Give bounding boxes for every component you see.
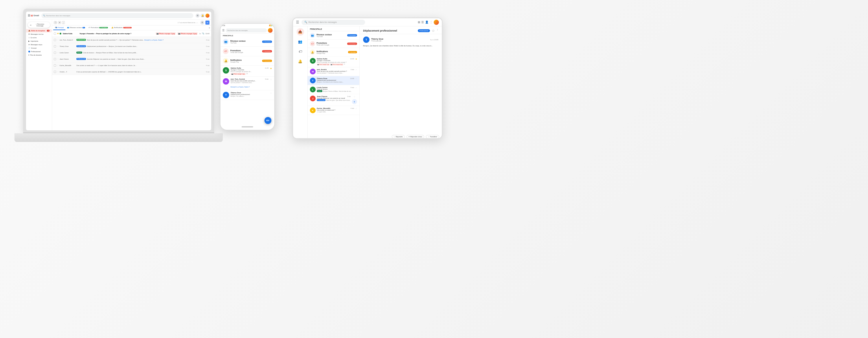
email-checkbox[interactable]	[54, 58, 56, 60]
star-icon[interactable]: ☆	[57, 58, 59, 60]
tablet-sidebar-notifications[interactable]: 🔔	[297, 58, 304, 65]
tab-social[interactable]: 👥 Réseaux sociaux 4	[65, 26, 87, 30]
email-sender: Sabine Kulla	[63, 33, 79, 34]
sidebar-item-professional[interactable]: Professionnel	[26, 50, 52, 53]
star-icon[interactable]: ☆	[57, 52, 59, 54]
tablet-email-row[interactable]: L Linda Carton 9 min Club de lecture Bea…	[308, 85, 359, 94]
phone-home-button[interactable]	[242, 126, 253, 128]
phone-category-promotions[interactable]: 🏷 Promotions Think with Google 2 nouveau…	[220, 47, 274, 56]
tab-principal[interactable]: 📬 Principal	[53, 26, 65, 30]
reply-all-button[interactable]: ↩ Répondre à tous	[406, 135, 424, 138]
email-row[interactable]: ☆ Jean Charon Professionnel Journée Déje…	[52, 56, 211, 62]
prev-page-icon[interactable]: ‹	[196, 22, 197, 24]
phone-email-row[interactable]: S Sabine Kulla 11:28 Voyage à Yosemite P…	[220, 66, 274, 77]
settings-icon[interactable]: ⚙	[200, 21, 204, 25]
email-row[interactable]: ★ Sabine Kulla Voyage à Yosemite — Peux-…	[52, 30, 211, 37]
email-row[interactable]: ☆ Linda Carton Beauté Club de lecture — …	[52, 50, 211, 56]
email-row[interactable]: ☆ Thierry Grue Professionnel Déplacement…	[52, 43, 211, 50]
phone-email-row[interactable]: T Thierry Grue Déplacement professionnel…	[220, 90, 274, 100]
tablet-star[interactable]: ☆	[353, 95, 355, 98]
tablet-category-notifications[interactable]: 🔔 Notifications Google Play 1 nouveau	[308, 48, 359, 56]
star-icon[interactable]: ☆	[57, 39, 59, 41]
tablet-star[interactable]: ☆	[355, 108, 357, 110]
tablet-sidebar-social[interactable]: 👥	[297, 38, 304, 46]
sidebar-item-important[interactable]: ▶ Importants	[26, 39, 52, 43]
email-checkbox[interactable]	[54, 32, 56, 35]
email-checkbox[interactable]	[54, 45, 56, 48]
tablet-body: ☰ 🔍 Rechercher dans les messages ⊞ ☰ 👤 ⋮	[292, 18, 443, 139]
tablet-email-row[interactable]: K Karine_Meredith 4 min Une soirée ce we…	[308, 106, 359, 115]
star-icon[interactable]: ☆	[57, 64, 59, 66]
phone-star[interactable]: ☆	[270, 92, 272, 94]
phone-category-social[interactable]: 👥 Réseaux sociaux YouTube 2 nouveaux	[220, 37, 274, 47]
reply-button[interactable]: ← Répondre	[392, 135, 405, 138]
tablet-email-row[interactable]: S Sabine Kulla 11h30 Voyage à Yosemite P…	[308, 56, 359, 67]
add-tab-icon[interactable]: +	[209, 26, 210, 30]
compose-button[interactable]: ✏ + Nouveau message	[28, 22, 50, 28]
email-checkbox[interactable]	[54, 64, 56, 66]
phone-avatar[interactable]	[268, 28, 273, 33]
tablet-star[interactable]: ★	[355, 58, 357, 60]
tablet-avatar[interactable]	[434, 20, 439, 25]
user-avatar[interactable]	[206, 13, 210, 18]
email-checkbox[interactable]	[54, 52, 56, 54]
tab-notifications[interactable]: 🔔 Notifications 7 nouveaux	[110, 26, 133, 30]
tablet-sidebar-promotions[interactable]: 🏷	[297, 48, 304, 55]
phone-email-row[interactable]: M moi, Tom, Annick 3 min Suivi de jeux d…	[220, 77, 274, 90]
phone-search-bar[interactable]: Rechercher dans les messages	[226, 28, 267, 32]
tablet-category-promotions[interactable]: 🏷 Promotions Think with Google 2 nouveau…	[308, 40, 359, 48]
phone-menu-icon[interactable]: ☰	[222, 29, 224, 32]
tablet-email-row-selected[interactable]: T Thierry Grue 11h36 Déplacement profess…	[308, 76, 359, 85]
more-options-icon[interactable]: ⋮	[62, 21, 65, 24]
hamburger-icon[interactable]: ☰	[28, 14, 30, 17]
tablet-more-icon[interactable]: ⋮	[430, 21, 433, 24]
notifications-badge: 5 nouveaux	[262, 60, 272, 62]
checkbox-all[interactable]: ☐	[54, 21, 57, 24]
email-label: Professionnel	[76, 39, 86, 41]
sidebar-item-drafts[interactable]: 📄 Envoyé	[26, 46, 52, 50]
phone-star[interactable]: ☆	[270, 78, 272, 81]
sidebar-item-more[interactable]: ▾ Plus de dossiers	[26, 53, 52, 57]
forward-button[interactable]: → Transférer	[426, 135, 439, 138]
email-checkbox[interactable]	[54, 71, 56, 73]
detail-star-icon[interactable]: ☆	[432, 29, 435, 33]
star-icon[interactable]: ☆	[57, 45, 59, 48]
tablet-star[interactable]: ☆	[355, 68, 357, 71]
tablet-sidebar-inbox[interactable]: 📥	[297, 28, 304, 36]
tablet-category-social[interactable]: 👥 Réseaux sociaux YouTube 2 nouveaux	[308, 31, 359, 40]
tablet-star[interactable]: ☆	[355, 78, 357, 80]
phone-link[interactable]: Envoyé il y a 3 jours. Suivre ?	[230, 86, 250, 88]
sidebar-item-inbox[interactable]: 📥 Boîte de réception 4	[26, 29, 52, 32]
sidebar-item-unread[interactable]: ✉ Messages non lus	[26, 32, 52, 36]
sidebar-item-starred[interactable]: ☆ En à-lire	[26, 36, 52, 39]
tablet-grid-icon[interactable]: ⊞	[418, 21, 420, 24]
next-page-icon[interactable]: ›	[197, 22, 198, 24]
phone-category-notifications[interactable]: 🔔 Notifications Google Play 5 nouveaux	[220, 56, 274, 66]
phone-star[interactable]: ★	[270, 67, 272, 70]
promotions-sub: Think with Google	[230, 52, 260, 53]
star-icon[interactable]: ★	[57, 32, 59, 35]
tablet-search-bar[interactable]: 🔍 Rechercher dans les messages	[302, 20, 365, 25]
apps-icon[interactable]: ⊞	[195, 13, 199, 18]
laptop-search-bar[interactable]: 🔍 Rechercher dans les messages	[41, 13, 193, 18]
tablet-compose-fab-row[interactable]: +	[352, 99, 357, 104]
tablet-list-icon[interactable]: ☰	[421, 21, 424, 24]
email-row[interactable]: ☆ Annick... 4 C'est ça anniversaire surp…	[52, 68, 211, 75]
bell-icon[interactable]: 🔔	[200, 13, 205, 18]
detail-header-icons: ⋮	[437, 29, 438, 30]
star-icon[interactable]: ☆	[57, 71, 59, 73]
tablet-account-icon[interactable]: 👤	[425, 21, 429, 24]
sidebar-item-sent[interactable]: ➤ Messages reçus	[26, 43, 52, 46]
meet-icon[interactable]: M	[206, 21, 210, 25]
phone-compose-fab[interactable]: ✏	[265, 117, 271, 124]
tablet-star[interactable]: ☆	[355, 87, 357, 89]
tablet-email-row[interactable]: J Jean Charon 3 min Journée Déjeuner vos…	[308, 94, 359, 106]
email-checkbox[interactable]	[54, 39, 56, 41]
tablet-email-row[interactable]: M moi, Annick 3 min Suivi de jeux de soc…	[308, 67, 359, 76]
email-row[interactable]: ☆ Karine_Meredith Une soirée ce week-end…	[52, 62, 211, 68]
refresh-icon[interactable]: ↺	[58, 21, 61, 24]
detail-more-icon[interactable]: ⋮	[437, 29, 438, 30]
email-row[interactable]: ☆ moi, Tom, Annick 3 Professionnel Suivi…	[52, 37, 211, 43]
tablet-menu-icon[interactable]: ☰	[296, 20, 299, 24]
tab-promotions[interactable]: 🏷 Promotions 2 nouveaux	[87, 26, 110, 30]
